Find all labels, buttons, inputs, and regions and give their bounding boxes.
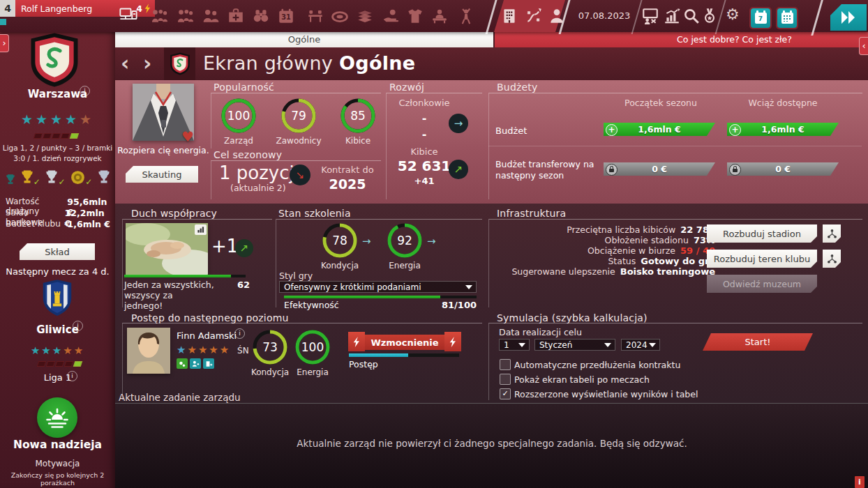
infra-label: Przeciętna liczba kibiców (492, 224, 675, 235)
statistics-icon[interactable] (663, 7, 681, 25)
info-badge-button[interactable]: i (855, 476, 865, 488)
back-button[interactable]: ‹ (121, 49, 129, 78)
league-info-icon[interactable]: i (67, 371, 77, 381)
top-bar: 4 Rolf Langenberg 4 07.08.2023 (0, 0, 868, 32)
club-stars-dim: ★ (80, 112, 94, 127)
fans-label: Kibice (386, 146, 463, 157)
checkbox-label[interactable]: Rozszerzone wyświetlanie wyników i tabel (514, 389, 698, 399)
budget-bar-available: + 1,6mln € (727, 123, 839, 136)
fans-trend-arrow[interactable]: ↗ (449, 160, 468, 179)
morale-label: Motywacja (0, 459, 115, 468)
play-style-label: Styl gry (279, 270, 313, 281)
members-link-arrow[interactable]: → (449, 114, 468, 133)
checkbox-auto-contract[interactable]: ✓ (500, 359, 511, 370)
budget-row-label: Budżet (495, 125, 527, 136)
scouting-icon[interactable] (252, 7, 270, 25)
club-info-icon[interactable]: i (80, 86, 90, 96)
stadium-icon[interactable] (331, 7, 349, 25)
opponent-info-icon[interactable]: i (73, 321, 83, 331)
app-window: 4 Rolf Langenberg 4 07.08.2023 (0, 0, 868, 488)
finances-icon[interactable] (356, 7, 374, 25)
meeting-icon[interactable] (306, 7, 324, 25)
training-icon[interactable] (641, 7, 659, 25)
squad-button[interactable]: Skład (20, 243, 95, 260)
next-match-label: Następny mecz za 4 d. (0, 266, 115, 277)
opponent-stars-dim: ★★ (63, 344, 84, 357)
visit-museum-button[interactable]: Odwiedź muzeum (707, 275, 817, 293)
gauge-value: 92 (377, 234, 433, 247)
spirit-stats-button[interactable] (195, 224, 207, 235)
notification-chip (0, 19, 6, 25)
sidebar-expand-tab[interactable]: › (0, 34, 9, 52)
squad-icon[interactable] (151, 7, 169, 25)
lock-icon (606, 164, 618, 176)
infra-value: Gotowy do gry (641, 256, 715, 266)
checkbox-label[interactable]: Pokaż ekran tabeli po meczach (514, 374, 650, 385)
spirit-bar (124, 275, 246, 277)
calendar-week-button[interactable]: 7 (751, 8, 770, 28)
play-style-dropdown[interactable]: Ofensywny z krótkimi podaniami (279, 281, 477, 293)
tab-ogolne[interactable]: Ogólne (115, 32, 493, 47)
fans-icon[interactable] (457, 7, 475, 25)
infra-stat-row: Sugerowane ulepszenie Boisko treningowe (492, 266, 715, 277)
player-photo[interactable] (127, 328, 170, 374)
calendar-week-icon: 7 (755, 13, 767, 24)
day-dropdown[interactable]: 1 (499, 339, 530, 351)
search-icon[interactable] (682, 7, 701, 25)
office-icon[interactable] (119, 6, 138, 26)
club-crest[interactable] (28, 32, 81, 88)
gauge-label: Energia (377, 261, 433, 270)
team-spirit-title: Duch współpracy (131, 208, 217, 219)
youth-squad-icon[interactable] (177, 7, 195, 25)
finance-label: Budżet klubu (6, 219, 61, 229)
sponsors-icon[interactable] (382, 7, 400, 25)
kit-icon[interactable] (406, 7, 424, 25)
achievements-icon[interactable] (701, 7, 719, 25)
expand-stadium-button[interactable]: Rozbuduj stadion (707, 224, 817, 243)
press-icon[interactable] (431, 7, 449, 25)
forward-button[interactable]: › (143, 49, 151, 78)
scouting-button[interactable]: Skauting (126, 166, 198, 183)
checkbox-label[interactable]: Automatyczne przedłużenia kontraktu (514, 360, 680, 370)
budget-value: 0 € (775, 164, 791, 174)
medical-icon[interactable] (227, 7, 245, 25)
sunrise-icon (43, 404, 71, 432)
opponent-name: Gliwice (0, 323, 115, 336)
calendar-31-icon[interactable] (277, 7, 295, 25)
plus-icon: + (729, 124, 741, 136)
continue-fast-forward-button[interactable] (830, 4, 867, 31)
year-dropdown[interactable]: 2024 (621, 339, 660, 351)
panel-collapse-tab[interactable]: ‹ (859, 37, 868, 55)
season-goal-current: (aktualnie 2) (230, 183, 286, 193)
opponent-icon[interactable] (548, 7, 566, 25)
checkbox-show-table[interactable]: ✓ (500, 374, 511, 385)
club-building-icon[interactable] (500, 7, 518, 25)
kondycja-arrow-icon[interactable]: → (362, 235, 371, 247)
settings-gear-icon[interactable]: ⚙ (726, 6, 740, 23)
start-button[interactable]: Start! (703, 333, 813, 351)
gauge-player-energia: 100 Energia (285, 329, 341, 377)
effectiveness-bar (284, 296, 477, 298)
staff-icon[interactable] (202, 7, 220, 25)
gauge-value: 78 (312, 234, 368, 247)
fans-delta: +41 (386, 176, 463, 186)
members-label: Członkowie (386, 98, 463, 108)
spirit-quote-line2: jednego! (124, 300, 163, 311)
play-style-value: Ofensywny z krótkimi podaniami (284, 282, 421, 292)
manager-level-badge: 4 (0, 0, 15, 17)
calendar-month-button[interactable] (777, 8, 797, 28)
energia-arrow-icon[interactable]: → (427, 235, 436, 247)
building-plus-badge-icon (203, 358, 214, 369)
club-form-bar (33, 133, 80, 139)
expand-club-grounds-button[interactable]: Rozbuduj teren klubu (707, 250, 817, 268)
tactics-icon[interactable] (525, 7, 543, 25)
board-task-message: Aktualnie zarząd nie powierzył ci żadneg… (126, 438, 858, 449)
boost-label: Wzmocnienie (371, 337, 438, 348)
boost-button[interactable]: Wzmocnienie (350, 335, 459, 350)
spirit-quote-line1: Jeden za wszystkich, wszyscy za (124, 280, 214, 300)
opponent-crest[interactable] (40, 279, 75, 317)
infrastructure-title: Infrastruktura (497, 208, 566, 219)
sim-date-label: Data realizacji celu (499, 327, 582, 337)
checkbox-extended-results[interactable]: ✓ (500, 388, 511, 399)
month-dropdown[interactable]: Styczeń (534, 339, 615, 351)
